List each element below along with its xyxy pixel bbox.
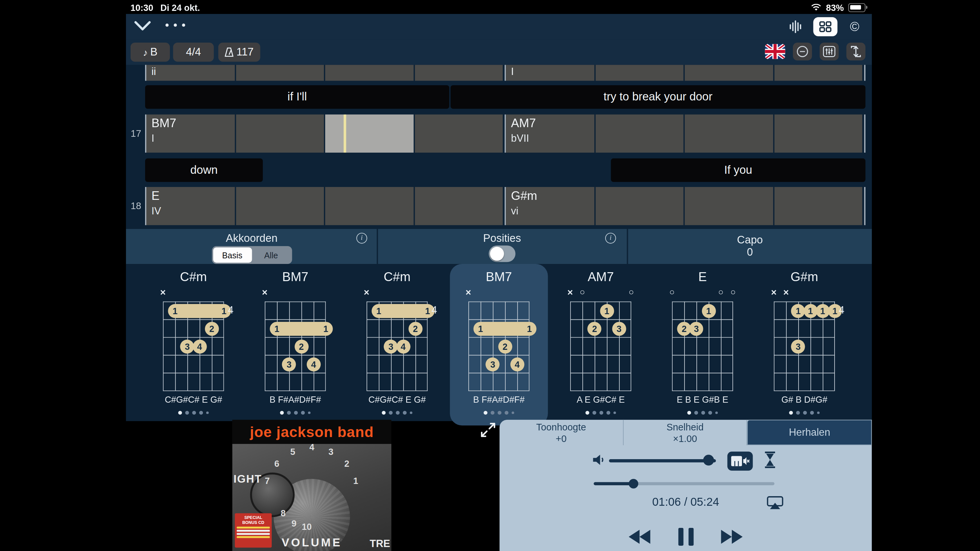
segment-alle[interactable]: Alle	[251, 248, 290, 263]
tab-speed[interactable]: Snelheid ×1.00	[624, 420, 747, 445]
beat-cell[interactable]	[414, 114, 503, 153]
beat-cell[interactable]	[235, 65, 324, 81]
expand-rows-button[interactable]	[846, 43, 865, 60]
page-dot	[185, 411, 189, 415]
beat-cell[interactable]	[325, 187, 414, 225]
forward-button[interactable]	[721, 530, 742, 546]
beat-cell[interactable]	[235, 114, 324, 153]
volume-knob[interactable]	[703, 455, 714, 466]
beat-cell[interactable]	[774, 65, 862, 81]
volume-slider[interactable]	[609, 459, 716, 462]
more-menu-button[interactable]	[165, 24, 185, 27]
page-dots[interactable]	[558, 411, 644, 415]
beat-cell[interactable]: G#mvi	[506, 187, 594, 225]
lyric-phrase[interactable]: down	[145, 158, 263, 182]
page-dot	[199, 411, 203, 415]
rewind-button[interactable]	[628, 530, 650, 546]
lyric-phrase[interactable]: try to break your door	[450, 85, 865, 109]
page-dot	[294, 411, 298, 415]
battery-icon	[848, 3, 865, 12]
beat-cell[interactable]	[685, 65, 773, 81]
key-button[interactable]: ♪ B	[130, 43, 170, 62]
speed-label: Snelheid	[667, 421, 703, 432]
bonus-sticker: SPECIAL BONUS CD	[235, 513, 272, 548]
time-signature-button[interactable]: 4/4	[173, 43, 214, 62]
page-dots[interactable]	[252, 411, 339, 415]
chords-info-button[interactable]: i	[356, 233, 367, 244]
pitch-label: Toonhoogte	[536, 421, 586, 432]
tempo-button[interactable]: 117	[218, 43, 260, 62]
capo-control[interactable]: Capo 0	[628, 229, 872, 264]
lyric-phrase[interactable]: If you	[611, 158, 865, 182]
beat-cell[interactable]: AM7bVII	[506, 114, 594, 153]
page-dots[interactable]	[659, 411, 746, 415]
remove-section-button[interactable]	[793, 43, 812, 60]
chord-notes: A E G#C# E	[551, 394, 650, 405]
page-dots[interactable]	[354, 411, 440, 415]
lyric-text: If you	[724, 164, 752, 177]
pause-button[interactable]	[678, 528, 694, 546]
page-dots[interactable]	[761, 411, 848, 415]
tab-repeat[interactable]: Herhalen	[747, 420, 872, 445]
page-dots[interactable]	[150, 411, 237, 415]
album-artist: joe jackson band	[250, 423, 374, 440]
collapse-chevron-button[interactable]	[134, 21, 153, 34]
lyric-phrase[interactable]: if I'll	[145, 85, 449, 109]
beat-cell[interactable]	[325, 65, 414, 81]
beat-cell[interactable]	[235, 187, 324, 225]
grid-view-button[interactable]	[813, 17, 838, 37]
chord-card[interactable]: C#m×112344C#G#C# E G#	[354, 270, 440, 419]
chord-card-name: BM7	[456, 270, 542, 284]
page-dot	[484, 411, 487, 415]
bar-row: EIVG#mvi	[145, 187, 865, 225]
countdown-button[interactable]	[765, 452, 775, 471]
page-dot	[410, 411, 412, 414]
page-dot	[192, 411, 196, 415]
beat-cell[interactable]: I	[506, 65, 594, 81]
capo-value: 0	[628, 246, 872, 259]
progress-slider[interactable]	[593, 482, 775, 485]
beat-cell[interactable]: EIV	[146, 187, 235, 225]
chord-card[interactable]: BM7×11234B F#A#D#F#	[456, 270, 542, 419]
transport-controls	[500, 528, 872, 547]
tab-pitch[interactable]: Toonhoogte +0	[500, 420, 624, 445]
app-window: © ♪ B 4/4 117	[126, 14, 872, 421]
keyboard-mute-button[interactable]	[727, 452, 753, 471]
chord-card[interactable]: AM7×○○123A E G#C# E	[558, 270, 644, 419]
segment-basis[interactable]: Basis	[213, 248, 251, 263]
airplay-button[interactable]	[767, 496, 783, 512]
beat-cell[interactable]	[414, 187, 503, 225]
chord-card[interactable]: G#m××111134G# B D#G#	[761, 270, 848, 419]
beat-cell[interactable]	[595, 187, 684, 225]
language-flag-button[interactable]	[765, 44, 785, 59]
string-muted-indicator: ×	[158, 287, 168, 298]
positions-info-button[interactable]: i	[605, 233, 616, 244]
beat-cell[interactable]	[595, 65, 684, 81]
beat-cell[interactable]: BM7I	[146, 114, 235, 153]
copyright-button[interactable]: ©	[843, 17, 867, 37]
clock: 10:30	[130, 3, 153, 13]
positions-toggle[interactable]	[489, 245, 515, 262]
knob-number: 6	[274, 459, 279, 469]
waveform-view-button[interactable]	[784, 17, 808, 37]
chord-card[interactable]: BM7×11234B F#A#D#F#	[252, 270, 339, 419]
beat-cell[interactable]	[685, 187, 773, 225]
nav-bar: ©	[126, 14, 872, 39]
string-open-indicator: ○	[626, 287, 636, 297]
progress-knob[interactable]	[628, 479, 638, 489]
beat-cell[interactable]	[774, 114, 862, 153]
fullscreen-button[interactable]	[480, 421, 496, 438]
barre-finger-number: 1	[319, 321, 333, 335]
finger-dot: 2	[294, 339, 309, 353]
beat-cell[interactable]	[685, 114, 773, 153]
beat-cell[interactable]	[325, 114, 414, 153]
page-dot	[600, 411, 603, 415]
beat-cell[interactable]	[595, 114, 684, 153]
beat-cell[interactable]	[414, 65, 503, 81]
chord-card[interactable]: C#m×112344C#G#C# E G#	[150, 270, 237, 419]
beat-cell[interactable]	[774, 187, 862, 225]
chord-card[interactable]: E○○○123E B E G#B E	[659, 270, 746, 419]
page-dots[interactable]	[456, 411, 542, 415]
beat-cell[interactable]: ii	[146, 65, 235, 81]
mixer-button[interactable]	[820, 43, 839, 60]
